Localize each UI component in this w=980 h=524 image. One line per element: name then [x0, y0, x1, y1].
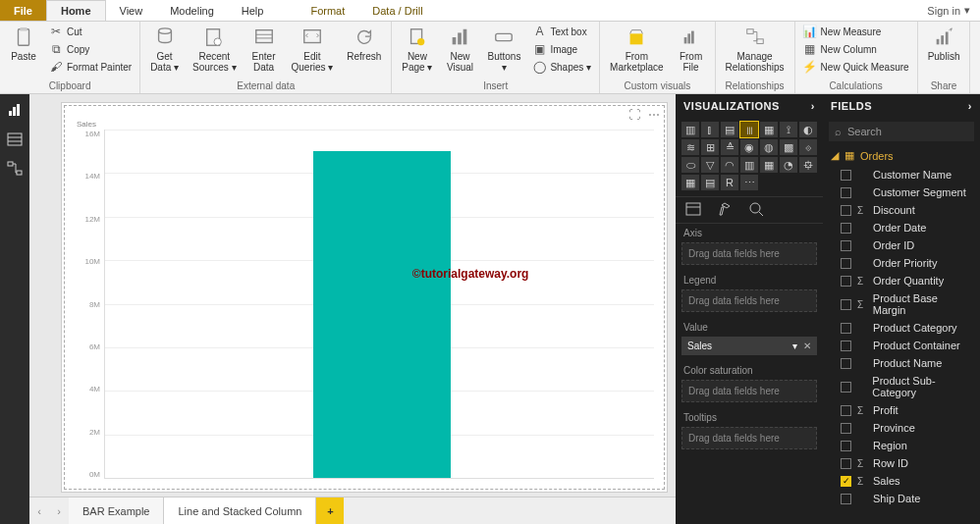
tab-help[interactable]: Help [228, 0, 278, 21]
new-measure-button[interactable]: 📊New Measure [801, 24, 911, 39]
field-item[interactable]: Customer Name [823, 166, 980, 183]
new-visual-button[interactable]: New Visual [442, 24, 477, 75]
field-checkbox[interactable] [841, 476, 851, 487]
collapse-icon[interactable]: › [811, 100, 815, 112]
from-marketplace-button[interactable]: From Marketplace [606, 24, 667, 75]
tab-home[interactable]: Home [46, 0, 106, 21]
vis-type-icon[interactable]: ▩ [780, 139, 797, 155]
well-colorsat-slot[interactable]: Drag data fields here [681, 380, 817, 402]
vis-type-icon[interactable]: ⟟ [780, 122, 797, 137]
field-item[interactable]: Order Date [823, 219, 980, 236]
get-data-button[interactable]: Get Data ▾ [146, 24, 183, 75]
field-item[interactable]: Region [823, 437, 980, 454]
field-checkbox[interactable] [841, 205, 851, 216]
field-item[interactable]: Ship Date [823, 490, 980, 507]
well-axis-slot[interactable]: Drag data fields here [681, 242, 817, 265]
chip-remove-icon[interactable]: ✕ [803, 341, 811, 351]
refresh-button[interactable]: Refresh [343, 24, 385, 64]
data-view-icon[interactable] [7, 131, 23, 147]
enter-data-button[interactable]: Enter Data [246, 24, 282, 75]
format-tab-icon[interactable] [717, 201, 733, 217]
table-orders[interactable]: ◢ ▦ Orders [823, 145, 980, 166]
fields-search[interactable]: ⌕ Search [829, 122, 974, 141]
vis-type-icon[interactable]: ◍ [760, 139, 778, 155]
vis-type-icon[interactable]: ≙ [721, 139, 738, 155]
bar[interactable] [313, 151, 451, 478]
field-item[interactable]: Product Sub-Category [823, 372, 980, 401]
field-checkbox[interactable] [841, 441, 851, 451]
model-view-icon[interactable] [7, 161, 23, 177]
field-checkbox[interactable] [841, 276, 851, 287]
chip-chevron-icon[interactable]: ▾ [792, 341, 797, 351]
vis-type-icon[interactable]: ▤ [721, 122, 738, 137]
well-legend-slot[interactable]: Drag data fields here [681, 289, 817, 312]
vis-type-icon[interactable]: ▦ [760, 122, 778, 137]
field-checkbox[interactable] [841, 240, 851, 251]
field-checkbox[interactable] [841, 299, 851, 310]
vis-type-icon[interactable]: ▤ [701, 175, 719, 190]
sign-in-link[interactable]: Sign in ▾ [917, 0, 980, 21]
vis-type-icon[interactable]: ⫼ [740, 122, 758, 137]
analytics-tab-icon[interactable] [748, 201, 764, 217]
vis-type-icon[interactable]: ◔ [780, 157, 797, 173]
field-checkbox[interactable] [841, 258, 851, 269]
tab-modeling[interactable]: Modeling [156, 0, 228, 21]
well-value-chip[interactable]: Sales ▾✕ [681, 337, 817, 355]
field-item[interactable]: Order Priority [823, 254, 980, 272]
report-view-icon[interactable] [7, 102, 23, 118]
field-item[interactable]: Customer Segment [823, 183, 980, 201]
from-file-button[interactable]: From File [674, 24, 709, 75]
add-page-button[interactable]: + [316, 498, 344, 524]
field-item[interactable]: Order ID [823, 236, 980, 254]
field-item[interactable]: ΣRow ID [823, 454, 980, 472]
field-checkbox[interactable] [841, 382, 851, 393]
vis-type-icon[interactable]: ▦ [760, 157, 778, 173]
vis-type-icon[interactable]: ⟐ [799, 139, 817, 155]
tab-file[interactable]: File [0, 0, 46, 21]
field-checkbox[interactable] [841, 187, 851, 198]
field-checkbox[interactable] [841, 458, 851, 469]
new-column-button[interactable]: ▦New Column [801, 41, 911, 57]
field-checkbox[interactable] [841, 423, 851, 434]
format-painter-button[interactable]: 🖌Format Painter [47, 59, 134, 75]
tab-view[interactable]: View [106, 0, 157, 21]
vis-type-icon[interactable]: ▥ [740, 157, 758, 173]
vis-type-icon[interactable]: R [721, 175, 738, 190]
vis-type-icon[interactable]: ⊞ [701, 139, 719, 155]
edit-queries-button[interactable]: Edit Queries ▾ [288, 24, 338, 75]
copy-button[interactable]: ⧉Copy [47, 41, 134, 57]
field-checkbox[interactable] [841, 223, 851, 234]
fields-tab-icon[interactable] [685, 201, 701, 217]
field-item[interactable]: ΣDiscount [823, 201, 980, 219]
vis-type-icon[interactable]: ⯐ [799, 157, 817, 173]
vis-type-icon[interactable]: ◐ [799, 122, 817, 137]
vis-type-icon[interactable]: ▽ [701, 157, 719, 173]
image-button[interactable]: ▣Image [530, 41, 593, 57]
field-checkbox[interactable] [841, 358, 851, 369]
vis-type-icon[interactable]: ≋ [681, 139, 699, 155]
field-item[interactable]: ΣSales [823, 472, 980, 490]
vis-type-icon[interactable]: ⫿ [701, 122, 719, 137]
vis-type-icon[interactable]: ◉ [740, 139, 758, 155]
field-item[interactable]: ΣOrder Quantity [823, 272, 980, 289]
field-item[interactable]: Product Category [823, 319, 980, 337]
field-checkbox[interactable] [841, 405, 851, 416]
tab-data-drill[interactable]: Data / Drill [358, 0, 436, 21]
buttons-button[interactable]: Buttons ▾ [483, 24, 524, 75]
textbox-button[interactable]: AText box [530, 24, 593, 39]
paste-button[interactable]: Paste [6, 24, 41, 64]
shapes-button[interactable]: ◯Shapes ▾ [530, 59, 593, 75]
tab-format[interactable]: Format [297, 0, 358, 21]
vis-type-icon[interactable]: ⬭ [681, 157, 699, 173]
tab-nav-prev[interactable]: ‹ [29, 498, 49, 524]
new-page-button[interactable]: New Page ▾ [398, 24, 436, 75]
field-item[interactable]: Product Name [823, 354, 980, 372]
field-checkbox[interactable] [841, 323, 851, 334]
recent-sources-button[interactable]: Recent Sources ▾ [189, 24, 240, 75]
field-checkbox[interactable] [841, 341, 851, 351]
collapse-icon[interactable]: › [968, 100, 972, 112]
visual-selection[interactable]: ⛶ ⋯ Sales 16M14M12M10M8M6M4M2M0M ©tutori… [64, 105, 665, 490]
cut-button[interactable]: ✂Cut [47, 24, 134, 39]
vis-type-icon[interactable]: ▦ [681, 175, 699, 190]
manage-relationships-button[interactable]: Manage Relationships [722, 24, 789, 75]
